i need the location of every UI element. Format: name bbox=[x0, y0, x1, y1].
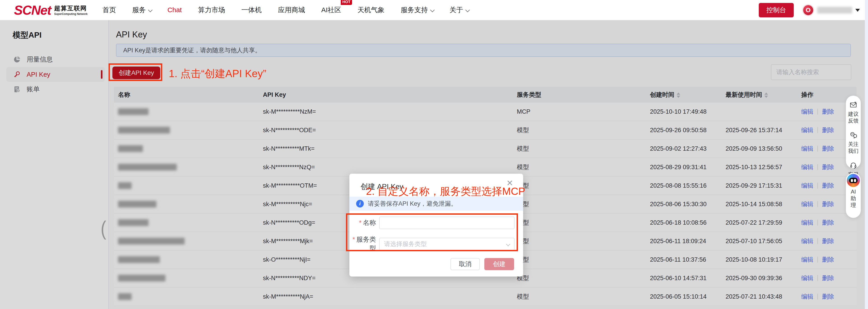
cell-name bbox=[114, 293, 263, 300]
sidebar-item-usage[interactable]: 用量信息 bbox=[6, 52, 105, 67]
console-button[interactable]: 控制台 bbox=[759, 3, 794, 18]
cancel-button[interactable]: 取消 bbox=[451, 258, 480, 270]
ai-assistant-button[interactable]: AI助理 bbox=[846, 173, 861, 218]
cell-last-used-time: 2025-07-10 17:56:05 bbox=[725, 238, 801, 245]
wechat-icon bbox=[849, 131, 857, 139]
ai-assistant-icon bbox=[847, 174, 860, 187]
edit-link[interactable]: 编辑 bbox=[801, 200, 813, 208]
delete-link[interactable]: 删除 bbox=[822, 293, 834, 301]
header-name: 名称 bbox=[114, 91, 263, 99]
cell-service-type: MCP bbox=[517, 108, 650, 115]
nav-item-app-store[interactable]: 应用商城 bbox=[278, 5, 305, 15]
edit-link[interactable]: 编辑 bbox=[801, 108, 813, 116]
delete-link[interactable]: 删除 bbox=[822, 145, 834, 153]
divider bbox=[817, 127, 818, 133]
nav-item-home[interactable]: 首页 bbox=[102, 5, 116, 15]
name-redacted bbox=[118, 182, 131, 189]
cell-created-time: 2025-06-11 10:37:56 bbox=[650, 256, 725, 263]
nav-item-chat[interactable]: Chat bbox=[167, 6, 182, 14]
follow-us-label: 关注我们 bbox=[848, 141, 859, 154]
sidebar-item-label: API Key bbox=[27, 71, 50, 78]
search-input[interactable] bbox=[771, 64, 851, 80]
edit-link[interactable]: 编辑 bbox=[801, 126, 813, 134]
annotation-text-step1: 1. 点击“创建API Key” bbox=[169, 67, 266, 81]
header-service-type: 服务类型 bbox=[517, 91, 650, 99]
cell-operations: 编辑删除 bbox=[801, 237, 857, 245]
header-last-used-time[interactable]: 最新使用时间 bbox=[725, 91, 801, 99]
cell-last-used-time: 2025-10-13 12:56:57 bbox=[725, 164, 801, 171]
cell-name bbox=[114, 275, 263, 281]
cell-last-used-time: 2025-09-30 09:39:36 bbox=[725, 275, 801, 282]
divider bbox=[817, 275, 818, 281]
mail-icon bbox=[849, 101, 857, 109]
cell-service-type: 模型 bbox=[517, 181, 650, 190]
delete-link[interactable]: 删除 bbox=[822, 274, 834, 282]
delete-link[interactable]: 删除 bbox=[822, 255, 834, 264]
cell-last-used-time: 2025-10-14 15:08:58 bbox=[725, 201, 801, 208]
cell-service-type: 模型 bbox=[517, 126, 650, 134]
chevron-down-icon bbox=[148, 8, 153, 12]
edit-link[interactable]: 编辑 bbox=[801, 218, 813, 227]
avatar[interactable]: O bbox=[802, 4, 814, 16]
sidebar-item-label: 用量信息 bbox=[27, 55, 53, 64]
sort-icon bbox=[765, 93, 768, 98]
edit-link[interactable]: 编辑 bbox=[801, 293, 813, 301]
nav-item-weather[interactable]: 天机气象 bbox=[358, 5, 384, 15]
cell-last-used-time: 2025-07-21 10:43:48 bbox=[725, 293, 801, 300]
cell-created-time: 2025-08-06 15:30:30 bbox=[650, 201, 725, 208]
name-redacted bbox=[118, 238, 185, 244]
page-title: API Key bbox=[116, 30, 147, 39]
cell-service-type: 模型 bbox=[517, 218, 650, 227]
nav-item-support[interactable]: 服务支持 bbox=[401, 5, 433, 15]
scnet-logo[interactable]: SCNet 超算互联网 SuperComputing Network bbox=[14, 2, 88, 18]
sidebar-item-api-key[interactable]: API Key bbox=[6, 67, 105, 82]
stray-parenthesis-mark: ( bbox=[101, 217, 106, 240]
delete-link[interactable]: 删除 bbox=[822, 200, 834, 208]
edit-link[interactable]: 编辑 bbox=[801, 237, 813, 245]
nav-item-about[interactable]: 关于 bbox=[450, 5, 468, 15]
edit-link[interactable]: 编辑 bbox=[801, 255, 813, 264]
cell-name bbox=[114, 145, 263, 152]
header-created-time[interactable]: 创建时间 bbox=[650, 91, 725, 99]
nav-item-compute-market[interactable]: 算力市场 bbox=[198, 5, 225, 15]
name-redacted bbox=[118, 293, 131, 300]
svg-text:¥: ¥ bbox=[18, 90, 19, 92]
follow-us-button[interactable]: 关注我们 bbox=[848, 131, 859, 154]
delete-link[interactable]: 删除 bbox=[822, 218, 834, 227]
delete-link[interactable]: 删除 bbox=[822, 126, 834, 134]
cell-api-key: sk-M**********NzM= bbox=[263, 108, 517, 115]
nav-item-services[interactable]: 服务 bbox=[132, 5, 151, 15]
cell-api-key: sk-N**********ODE= bbox=[263, 127, 517, 134]
cell-created-time: 2025-08-08 15:55:16 bbox=[650, 182, 725, 189]
page-scrollbar[interactable] bbox=[865, 0, 868, 309]
sidebar-title: 模型API bbox=[13, 30, 108, 40]
edit-link[interactable]: 编辑 bbox=[801, 181, 813, 190]
delete-link[interactable]: 删除 bbox=[822, 108, 834, 116]
table-row: sk-M**********NzM=MCP2025-10-10 17:49:48… bbox=[114, 103, 857, 121]
sidebar-item-billing[interactable]: ¥ 账单 bbox=[6, 82, 105, 97]
cell-created-time: 2025-06-10 14:57:31 bbox=[650, 275, 725, 282]
logo-text: SCNet bbox=[14, 2, 51, 18]
edit-link[interactable]: 编辑 bbox=[801, 163, 813, 171]
cell-operations: 编辑删除 bbox=[801, 274, 857, 282]
divider bbox=[817, 109, 818, 114]
cell-name bbox=[114, 256, 263, 263]
active-indicator-bar bbox=[101, 70, 102, 79]
annotation-rect-step2 bbox=[346, 213, 518, 251]
user-menu[interactable]: O bbox=[802, 4, 860, 16]
edit-link[interactable]: 编辑 bbox=[801, 145, 813, 153]
modal-info-alert: i 请妥善保存API Key，避免泄漏。 bbox=[349, 197, 523, 211]
cell-api-key: sk-N**********MTk= bbox=[263, 145, 517, 152]
table-row: sk-M**********NjA=模型2025-06-05 15:10:142… bbox=[114, 287, 857, 306]
edit-link[interactable]: 编辑 bbox=[801, 274, 813, 282]
nav-item-all-in-one[interactable]: 一体机 bbox=[241, 5, 261, 15]
delete-link[interactable]: 删除 bbox=[822, 237, 834, 245]
delete-link[interactable]: 删除 bbox=[822, 181, 834, 190]
username-redacted bbox=[817, 7, 852, 13]
nav-item-ai-community[interactable]: AI社区HOT bbox=[321, 5, 341, 15]
feedback-button[interactable]: 建议反馈 bbox=[848, 101, 859, 124]
name-redacted bbox=[118, 145, 143, 152]
create-button[interactable]: 创建 bbox=[484, 258, 514, 270]
delete-link[interactable]: 删除 bbox=[822, 163, 834, 171]
cell-operations: 编辑删除 bbox=[801, 255, 857, 264]
